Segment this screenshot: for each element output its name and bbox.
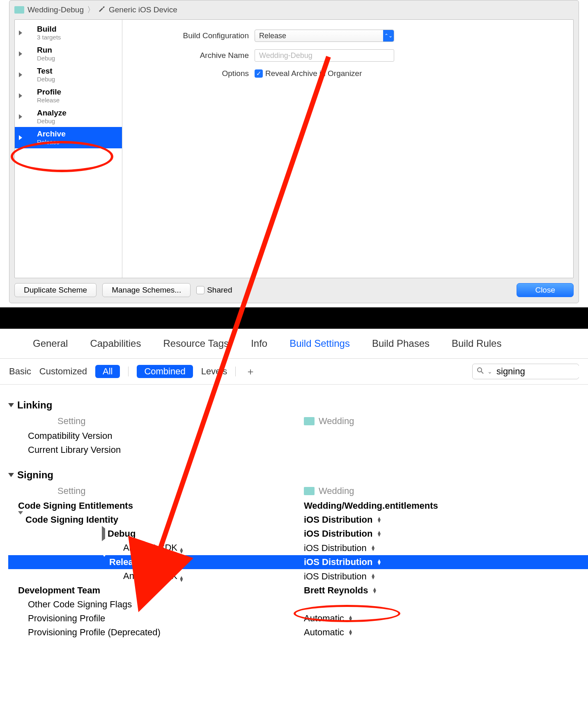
setting-name: Compatibility Version	[8, 431, 304, 441]
action-test[interactable]: TestDebug	[15, 64, 122, 85]
setting-row[interactable]: Any iOS SDK▲▼iOS Distribution▲▼	[8, 569, 588, 584]
setting-row[interactable]: Provisioning Profile (Deprecated)Automat…	[8, 625, 588, 639]
col-setting: Setting	[8, 416, 304, 427]
reveal-label: Reveal Archive in Organizer	[265, 69, 362, 78]
setting-name: Provisioning Profile	[8, 613, 304, 624]
up-down-icon: ▲▼	[179, 548, 184, 554]
setting-row[interactable]: ReleaseiOS Distribution▲▼	[8, 555, 588, 569]
disclosure-right-icon	[102, 526, 105, 541]
tab-info[interactable]: Info	[251, 338, 267, 349]
setting-value[interactable]: Automatic▲▼	[304, 627, 588, 638]
up-down-icon: ▲▼	[179, 576, 184, 582]
archive-name-input[interactable]	[255, 49, 394, 62]
action-title: Test	[37, 67, 55, 76]
tab-build-settings[interactable]: Build Settings	[289, 338, 350, 349]
svg-line-1	[481, 371, 483, 374]
breadcrumb-separator: 〉	[87, 5, 95, 15]
setting-name: Code Signing Entitlements	[8, 501, 304, 511]
view-levels[interactable]: Levels	[201, 366, 227, 377]
analyze-icon	[25, 113, 34, 121]
disclosure-triangle-icon	[19, 135, 22, 140]
action-build[interactable]: Build3 targets	[15, 22, 122, 43]
action-subtitle: 3 targets	[37, 34, 61, 41]
add-setting-button[interactable]: ＋	[244, 365, 257, 378]
disclosure-down-icon	[8, 473, 14, 477]
section-linking[interactable]: Linking	[8, 387, 588, 413]
setting-row[interactable]: Development TeamBrett Reynolds▲▼	[8, 584, 588, 597]
setting-value[interactable]: Wedding/Wedding.entitlements	[304, 501, 588, 511]
setting-name: Current Library Version	[8, 445, 304, 455]
disclosure-triangle-icon	[19, 72, 22, 77]
setting-row[interactable]: Compatibility Version	[8, 429, 588, 443]
checkmark-icon: ✓	[255, 69, 263, 78]
shared-label: Shared	[207, 286, 232, 295]
breadcrumb: Wedding-Debug 〉 Generic iOS Device	[9, 0, 579, 19]
chevron-down-icon: ⌄	[487, 368, 492, 375]
setting-row[interactable]: Code Signing IdentityiOS Distribution▲▼	[8, 513, 588, 527]
setting-value[interactable]: iOS Distribution▲▼	[304, 543, 588, 554]
tab-capabilities[interactable]: Capabilities	[90, 338, 141, 349]
setting-name: Debug	[8, 528, 304, 539]
divider-bar	[0, 307, 588, 329]
project-icon	[304, 417, 315, 425]
scheme-editor-sheet: Wedding-Debug 〉 Generic iOS Device Build…	[9, 0, 579, 303]
hammer-icon	[98, 5, 106, 15]
setting-name: Other Code Signing Flags	[8, 599, 304, 610]
setting-value[interactable]: Brett Reynolds▲▼	[304, 585, 588, 596]
disclosure-down-icon	[8, 403, 14, 407]
breadcrumb-scheme[interactable]: Wedding-Debug	[28, 5, 84, 14]
disclosure-triangle-icon	[19, 30, 22, 35]
up-down-icon: ▲▼	[348, 616, 353, 621]
svg-point-0	[478, 368, 482, 372]
section-signing[interactable]: Signing	[8, 457, 588, 483]
setting-name: Development Team	[8, 585, 304, 596]
setting-row[interactable]: DebugiOS Distribution▲▼	[8, 527, 588, 541]
setting-row[interactable]: Code Signing EntitlementsWedding/Wedding…	[8, 499, 588, 513]
action-profile[interactable]: ProfileRelease	[15, 85, 122, 106]
tab-general[interactable]: General	[33, 338, 68, 349]
up-down-icon: ▲▼	[372, 588, 377, 593]
action-subtitle: Release	[37, 97, 61, 104]
scope-customized[interactable]: Customized	[39, 366, 87, 377]
tab-build-rules[interactable]: Build Rules	[452, 338, 501, 349]
action-run[interactable]: RunDebug	[15, 43, 122, 64]
manage-schemes-button[interactable]: Manage Schemes...	[102, 283, 191, 297]
project-icon	[14, 6, 24, 14]
duplicate-scheme-button[interactable]: Duplicate Scheme	[14, 283, 96, 297]
tab-build-phases[interactable]: Build Phases	[372, 338, 430, 349]
settings-search[interactable]: ⌄	[472, 364, 579, 379]
editor-tab-bar: GeneralCapabilitiesResource TagsInfoBuil…	[0, 329, 588, 359]
shared-checkbox[interactable]: Shared	[196, 286, 232, 295]
action-title: Build	[37, 25, 61, 34]
archive-settings-form: Build Configuration Release ⌃⌄ Archive N…	[122, 20, 573, 278]
disclosure-down-icon	[102, 554, 107, 567]
setting-value[interactable]: iOS Distribution▲▼	[304, 528, 588, 539]
setting-value[interactable]: iOS Distribution▲▼	[304, 514, 588, 525]
setting-value[interactable]: Automatic▲▼	[304, 613, 588, 624]
separator	[128, 367, 129, 376]
close-button[interactable]: Close	[517, 283, 574, 297]
build-config-select[interactable]: Release ⌃⌄	[255, 30, 394, 42]
tab-resource-tags[interactable]: Resource Tags	[163, 338, 229, 349]
reveal-option[interactable]: ✓ Reveal Archive in Organizer	[255, 69, 362, 78]
breadcrumb-destination[interactable]: Generic iOS Device	[109, 5, 177, 14]
search-input[interactable]	[496, 366, 588, 377]
action-archive[interactable]: ArchiveRelease	[15, 127, 122, 148]
setting-row[interactable]: Provisioning ProfileAutomatic▲▼	[8, 611, 588, 625]
setting-row[interactable]: Any iOS SDK▲▼iOS Distribution▲▼	[8, 541, 588, 555]
action-analyze[interactable]: AnalyzeDebug	[15, 106, 122, 127]
scope-basic[interactable]: Basic	[9, 366, 31, 377]
view-combined[interactable]: Combined	[137, 365, 193, 378]
scope-all[interactable]: All	[95, 365, 120, 378]
up-down-icon: ▲▼	[377, 559, 381, 565]
setting-row[interactable]: Current Library Version	[8, 443, 588, 457]
search-icon	[477, 366, 484, 377]
wrench-icon	[25, 71, 34, 79]
up-down-icon: ▲▼	[371, 545, 376, 551]
action-title: Run	[37, 46, 55, 55]
up-down-icon: ▲▼	[377, 531, 381, 537]
setting-value[interactable]: iOS Distribution▲▼	[304, 557, 588, 567]
play-icon	[25, 50, 34, 58]
setting-row[interactable]: Other Code Signing Flags	[8, 597, 588, 611]
setting-value[interactable]: iOS Distribution▲▼	[304, 571, 588, 582]
